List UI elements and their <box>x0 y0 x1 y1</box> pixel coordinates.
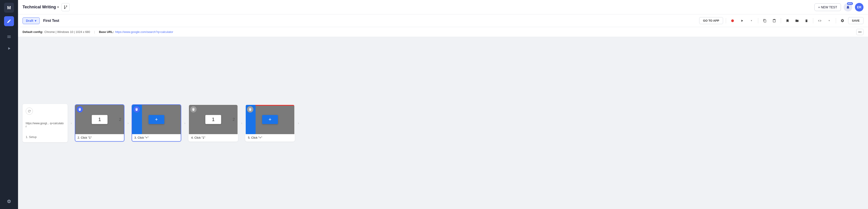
step-connector-4: › <box>238 121 245 125</box>
gear-icon <box>7 199 11 204</box>
code-button[interactable] <box>816 17 824 25</box>
toolbar-divider-1 <box>726 18 726 24</box>
avatar-initials: ER <box>857 5 861 9</box>
step-4-label: 4. Click "1" <box>189 134 238 141</box>
code-dropdown-button[interactable]: ▾ <box>826 17 833 25</box>
step-connector-3: › <box>181 121 188 125</box>
mouse-icon-2 <box>78 108 81 111</box>
play-dropdown-button[interactable]: ▾ <box>748 17 755 25</box>
draft-chevron-icon: ▾ <box>35 19 36 23</box>
arrow-right-icon-3: › <box>184 121 186 125</box>
more-options-button[interactable]: ••• <box>856 29 864 35</box>
main-content: Technical Writing ▾ + NEW TEST 60% ER D <box>18 0 868 209</box>
step-2-thumb: 1 2 <box>75 105 124 134</box>
config-separator: | <box>94 30 95 34</box>
step-4-thumb: 1 2 <box>189 105 238 134</box>
go-to-app-label: GO TO APP <box>703 19 719 22</box>
sidebar-bottom <box>4 197 14 206</box>
step-2-mouse-icon <box>76 106 83 113</box>
step-4-mouse-icon <box>190 106 196 113</box>
code-dropdown-arrow: ▾ <box>829 19 830 22</box>
step-4-calc-btn: 1 <box>205 115 221 124</box>
save-label: SAVE <box>852 19 860 22</box>
sidebar-item-list[interactable] <box>4 32 14 42</box>
svg-point-0 <box>731 20 734 22</box>
paste-icon <box>772 19 776 23</box>
new-test-button[interactable]: + NEW TEST <box>814 3 841 11</box>
sidebar-item-settings[interactable] <box>4 197 14 206</box>
refresh-icon <box>28 109 31 113</box>
step-5-calc-btn: + <box>262 115 278 124</box>
step-connector-5: › <box>295 121 302 125</box>
trash-button[interactable] <box>803 17 810 25</box>
notification-wrapper: 60% <box>844 3 852 11</box>
step-5-btn-label: + <box>269 117 272 122</box>
arrow-right-icon-5: › <box>298 121 299 125</box>
step-3-mouse-icon <box>133 106 140 113</box>
toolbar-divider-3 <box>781 18 781 24</box>
step-4-card[interactable]: 1 2 4. Click "1" <box>188 104 238 142</box>
config-value: Chrome | Windows 10 | 1024 x 680 <box>44 30 90 34</box>
step-2-btn-label: 1 <box>98 117 101 122</box>
play-icon <box>7 46 11 51</box>
step-3-thumb: + <box>132 105 181 134</box>
base-url-value: https://www.google.com/search?q=calculat… <box>115 30 173 34</box>
topbar: Technical Writing ▾ + NEW TEST 60% ER <box>18 0 868 14</box>
new-test-label: + NEW TEST <box>818 5 837 9</box>
step-2-card[interactable]: 1 2 2. Click "1" <box>75 104 124 142</box>
bell-icon <box>846 5 850 9</box>
sidebar-item-edit[interactable] <box>4 16 14 26</box>
copy-button[interactable] <box>761 17 769 25</box>
record-button[interactable] <box>729 17 736 25</box>
code-icon <box>818 19 822 23</box>
play-icon <box>740 19 744 23</box>
step-connector-2: › <box>124 121 132 125</box>
step-3-label: 3. Click "+" <box>132 134 181 141</box>
config-bar: Default config: Chrome | Windows 10 | 10… <box>18 27 868 37</box>
mouse-icon-3 <box>135 108 138 111</box>
step-4-btn-label: 1 <box>212 117 215 122</box>
notification-badge: 60% <box>847 2 853 5</box>
base-url-label: Base URL: <box>99 30 114 34</box>
list-icon <box>7 34 11 39</box>
config-label: Default config: <box>23 30 43 34</box>
step-connector-1: › <box>68 121 75 125</box>
mouse-icon-5 <box>249 108 252 111</box>
record-icon <box>731 19 735 23</box>
branch-button[interactable] <box>62 3 70 11</box>
title-chevron-icon: ▾ <box>57 5 59 9</box>
copy-icon <box>763 19 767 23</box>
sidebar-logo[interactable]: M <box>4 3 14 12</box>
step-2-label: 2. Click "1" <box>75 134 124 141</box>
branch-icon <box>64 5 68 9</box>
more-dots-icon: ••• <box>858 30 862 34</box>
project-title[interactable]: Technical Writing ▾ <box>23 5 59 9</box>
bookmark-button[interactable] <box>784 17 792 25</box>
step-3-btn-label: + <box>155 117 158 122</box>
avatar[interactable]: ER <box>855 3 864 11</box>
paste-button[interactable] <box>770 17 778 25</box>
sidebar-item-play[interactable] <box>4 43 14 54</box>
arrow-right-icon-2: › <box>128 121 129 125</box>
arrow-right-icon-1: › <box>71 121 72 125</box>
mouse-icon-4 <box>192 108 195 111</box>
play-dropdown-arrow: ▾ <box>751 19 752 22</box>
play-button[interactable] <box>738 17 746 25</box>
folder-icon <box>795 19 799 23</box>
step-setup-card: https://www.googl... q=calculator 1. Set… <box>23 104 68 142</box>
save-button[interactable]: SAVE <box>848 17 864 24</box>
folder-button[interactable] <box>793 17 801 25</box>
toolbar-divider-5 <box>836 18 836 24</box>
step-5-label: 5. Click "+" <box>246 134 294 141</box>
step-5-mouse-icon <box>247 106 253 113</box>
settings-icon <box>840 19 844 23</box>
step-5-card[interactable]: + 5. Click "+" <box>245 104 295 142</box>
setup-url: https://www.googl... q=calculator <box>26 122 64 128</box>
test-name: First Test <box>43 19 59 23</box>
gear-button[interactable] <box>839 17 846 25</box>
draft-button[interactable]: Draft ▾ <box>23 17 40 24</box>
arrow-right-icon-4: › <box>241 121 242 125</box>
go-to-app-button[interactable]: GO TO APP <box>699 17 723 24</box>
edit-icon <box>7 19 11 24</box>
step-3-card[interactable]: + 3. Click "+" <box>132 104 181 142</box>
